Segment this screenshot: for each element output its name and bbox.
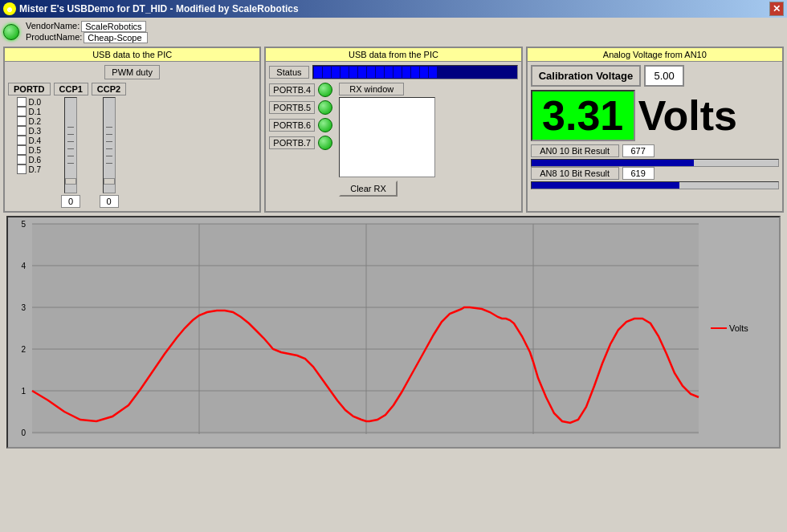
usb-to-pic-content: PWM duty PORTD D.0D.1D.2D.3D.4D.5D.6D.7 … xyxy=(5,62,259,211)
ccp1-slider-track[interactable] xyxy=(64,97,77,193)
clear-rx-button[interactable]: Clear RX xyxy=(339,181,398,197)
portd-checkbox-2[interactable] xyxy=(17,116,27,126)
an8-label: AN8 10 Bit Result xyxy=(531,167,619,180)
analog-voltage-content: Calibration Voltage 5.00 3.31 Volts AN0 … xyxy=(528,62,782,193)
chart-bg xyxy=(32,224,699,434)
calibration-row: Calibration Voltage 5.00 xyxy=(531,65,779,87)
portb-row-3: PORTB.7 xyxy=(269,136,332,150)
an0-row: AN0 10 Bit Result 677 xyxy=(531,144,779,157)
ccp2-slider-thumb[interactable] xyxy=(104,178,115,185)
app-icon: ☻ xyxy=(3,2,16,15)
status-row: Status xyxy=(269,65,517,79)
portd-bit-0: D.0 xyxy=(17,97,41,107)
rx-window[interactable] xyxy=(339,97,435,177)
main-content: VendorName: ScaleRobotics ProductName: C… xyxy=(0,18,787,455)
voltage-number: 3.31 xyxy=(531,90,635,141)
an8-row: AN8 10 Bit Result 619 xyxy=(531,167,779,180)
ccp2-label: CCP2 xyxy=(92,83,126,95)
panels-row: USB data to the PIC PWM duty PORTD D.0D.… xyxy=(3,47,784,213)
an0-progress xyxy=(531,159,779,167)
portb-led-1 xyxy=(318,100,332,115)
info-labels: VendorName: ScaleRobotics ProductName: C… xyxy=(26,21,148,43)
status-block-3 xyxy=(340,67,349,78)
an8-value: 619 xyxy=(622,167,654,180)
portd-bit-7: D.7 xyxy=(17,164,41,174)
status-block-12 xyxy=(420,67,428,78)
portd-checkbox-0[interactable] xyxy=(17,97,27,107)
vendor-label: VendorName: xyxy=(26,21,80,32)
ccp1-slider-thumb[interactable] xyxy=(65,178,76,185)
vendor-row: VendorName: ScaleRobotics xyxy=(26,21,148,32)
legend-label: Volts xyxy=(729,323,748,333)
portd-checkbox-1[interactable] xyxy=(17,107,27,116)
portd-bit-1: D.1 xyxy=(17,107,41,116)
status-block-0 xyxy=(314,67,322,78)
ccp2-slider-container: 0 xyxy=(100,97,119,208)
portb-row-1: PORTB.5 xyxy=(269,100,332,115)
portd-checkbox-6[interactable] xyxy=(17,155,27,164)
portb-row-0: PORTB.4 xyxy=(269,83,332,97)
portb-list: PORTB.4PORTB.5PORTB.6PORTB.7 xyxy=(269,83,332,152)
portd-checkbox-5[interactable] xyxy=(17,145,27,155)
portb-label-3: PORTB.7 xyxy=(269,136,315,149)
portd-checkbox-7[interactable] xyxy=(17,164,27,174)
ccp1-slider-container: 0 xyxy=(61,97,80,208)
portd-group: PORTD D.0D.1D.2D.3D.4D.5D.6D.7 xyxy=(8,83,51,174)
ccp2-slider-track[interactable] xyxy=(103,97,116,193)
analog-voltage-header: Analog Voltage from AN10 xyxy=(528,48,782,62)
portd-bit-label-4: D.4 xyxy=(28,136,41,145)
analog-voltage-panel: Analog Voltage from AN10 Calibration Vol… xyxy=(526,47,784,213)
portb-label-0: PORTB.4 xyxy=(269,83,315,96)
portd-bits: D.0D.1D.2D.3D.4D.5D.6D.7 xyxy=(17,97,41,174)
portd-checkbox-3[interactable] xyxy=(17,126,27,136)
y-label-5: 5 xyxy=(21,220,26,229)
status-block-4 xyxy=(349,67,357,78)
portb-led-0 xyxy=(318,83,332,97)
product-label: ProductName: xyxy=(26,32,82,43)
portd-bit-4: D.4 xyxy=(17,136,41,145)
pwm-duty-label: PWM duty xyxy=(104,65,160,79)
status-block-6 xyxy=(367,67,375,78)
usb-from-pic-header: USB data from the PIC xyxy=(266,48,520,62)
portb-and-rx: PORTB.4PORTB.5PORTB.6PORTB.7 RX window C… xyxy=(269,83,517,197)
chart-svg: 5 4 3 2 1 0 Volts xyxy=(8,217,779,447)
title-bar-left: ☻ Mister E's USBDemo for DT_HID - Modifi… xyxy=(3,2,299,15)
ccp1-value: 0 xyxy=(61,195,80,208)
vendor-value: ScaleRobotics xyxy=(81,21,145,32)
ccp2-group: CCP2 0 xyxy=(92,83,126,208)
an8-progress xyxy=(531,181,779,189)
portd-ccp-row: PORTD D.0D.1D.2D.3D.4D.5D.6D.7 CCP1 xyxy=(8,83,256,208)
portb-led-2 xyxy=(318,118,332,132)
status-block-1 xyxy=(323,67,331,78)
status-block-10 xyxy=(402,67,410,78)
top-info-row: VendorName: ScaleRobotics ProductName: C… xyxy=(3,21,784,43)
y-label-1: 1 xyxy=(21,387,26,396)
an8-progress-fill xyxy=(532,182,679,189)
rx-window-label: RX window xyxy=(339,83,404,95)
status-progress xyxy=(312,65,518,79)
ccp1-group: CCP1 0 xyxy=(54,83,88,208)
calibration-value: 5.00 xyxy=(644,65,684,87)
close-button[interactable]: ✕ xyxy=(769,2,784,16)
connection-led xyxy=(3,24,19,40)
portd-bit-2: D.2 xyxy=(17,116,41,126)
usb-to-pic-panel: USB data to the PIC PWM duty PORTD D.0D.… xyxy=(3,47,261,213)
portd-bit-label-2: D.2 xyxy=(28,117,41,126)
ccp2-value: 0 xyxy=(100,195,119,208)
portb-led-3 xyxy=(318,136,332,150)
ccp1-label: CCP1 xyxy=(54,83,88,95)
portd-bit-label-0: D.0 xyxy=(28,98,41,107)
portd-bit-label-1: D.1 xyxy=(28,108,41,116)
status-block-9 xyxy=(394,67,402,78)
usb-to-pic-header: USB data to the PIC xyxy=(5,48,259,62)
portb-row-2: PORTB.6 xyxy=(269,118,332,132)
y-label-0: 0 xyxy=(21,428,26,437)
portd-bit-label-7: D.7 xyxy=(28,165,41,174)
usb-from-pic-content: Status PORTB.4PORTB.5PORTB.6PORTB.7 RX w… xyxy=(266,62,520,200)
status-block-11 xyxy=(411,67,419,78)
an0-label: AN0 10 Bit Result xyxy=(531,144,619,157)
rx-section: RX window Clear RX xyxy=(339,83,435,197)
calibration-label: Calibration Voltage xyxy=(531,65,642,87)
product-row: ProductName: Cheap-Scope xyxy=(26,32,148,43)
portd-checkbox-4[interactable] xyxy=(17,136,27,145)
